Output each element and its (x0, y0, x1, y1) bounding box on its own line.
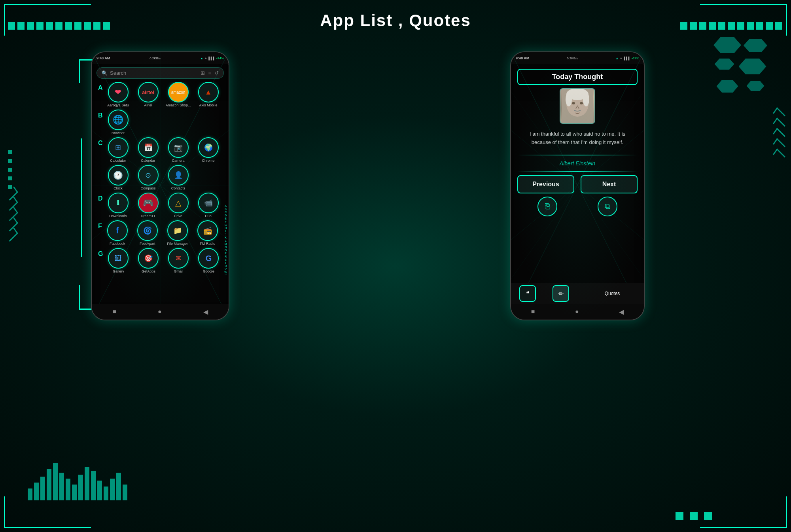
app-label-google: Google (203, 269, 214, 273)
nav-square-btn-r[interactable]: ■ (531, 308, 535, 315)
bottom-dot (676, 512, 683, 520)
share-button[interactable]: ⎘ (537, 197, 557, 216)
app-item-duo[interactable]: 📹 Duo (195, 193, 222, 218)
tab-edit[interactable]: ✏ (544, 285, 577, 302)
nav-home-btn[interactable]: ● (158, 308, 162, 315)
app-item-compass[interactable]: ⊙ Compass (134, 165, 162, 190)
app-item-gallery[interactable]: 🖼 Gallery (104, 248, 132, 273)
status-icons-right: ▲ ✦ ▌▌▌ ▪74% (615, 57, 639, 60)
app-label-gmail: Gmail (174, 269, 184, 273)
app-icon-clock[interactable]: 🕐 (108, 165, 129, 186)
section-letter-f: F (98, 223, 102, 230)
app-icon-drive[interactable]: △ (168, 193, 189, 213)
app-icon-airtel[interactable]: airtel (138, 82, 159, 102)
app-item-chrome[interactable]: 🌍 Chrome (195, 137, 222, 163)
quote-author: Albert Einstein (517, 160, 638, 167)
app-item-axis[interactable]: ▲ Axis Mobile (195, 82, 222, 107)
app-item-google[interactable]: G Google (195, 248, 222, 273)
edit-tab-btn[interactable]: ✏ (553, 285, 569, 302)
search-input-placeholder[interactable]: Search (110, 70, 198, 76)
app-icon-filemanager[interactable]: 📁 (167, 220, 188, 241)
tab-quotes-icon[interactable]: ❝ (511, 285, 544, 302)
bottom-dot (704, 512, 712, 520)
app-icon-duo[interactable]: 📹 (198, 193, 219, 213)
app-item-filemanager[interactable]: 📁 File Manager (164, 220, 191, 246)
hex-shape (739, 59, 766, 74)
app-icon-axis[interactable]: ▲ (198, 82, 219, 102)
app-icon-camera[interactable]: 📷 (168, 137, 189, 158)
app-icon-downloads[interactable]: ⬇ (108, 193, 129, 213)
app-item-contacts[interactable]: 👤 Contacts (165, 165, 192, 190)
bar-item (47, 469, 51, 500)
app-icon-calculator[interactable]: ⊞ (108, 137, 129, 158)
app-icon-browser[interactable]: 🌐 (108, 110, 129, 130)
app-icon-dream11[interactable]: 🎮 (138, 193, 159, 213)
hex-shape (744, 39, 767, 52)
hex-shape (715, 59, 734, 70)
app-icon-amazon[interactable]: amazon (168, 82, 189, 102)
bracket-deco (81, 138, 82, 257)
app-item-facebook[interactable]: f Facebook (104, 220, 131, 246)
deco-lines-topright (680, 22, 783, 30)
app-label-contacts: Contacts (171, 186, 185, 190)
search-bar[interactable]: 🔍 Search ⊞ ≡ ↺ (97, 67, 224, 79)
app-item-browser[interactable]: 🌐 Browser (104, 110, 132, 135)
app-label-amazon: Amazon Shop... (166, 103, 191, 107)
app-icon-gallery[interactable]: 🖼 (108, 248, 129, 269)
app-icon-compass[interactable]: ⊙ (138, 165, 159, 186)
app-item-clock[interactable]: 🕐 Clock (104, 165, 132, 190)
app-item-fmradio[interactable]: 📻 FM Radio (194, 220, 221, 246)
copy-button[interactable]: ⧉ (598, 197, 617, 216)
refresh-icon[interactable]: ↺ (214, 70, 219, 76)
app-label-filemanager: File Manager (167, 242, 188, 246)
section-letter-a: A (98, 84, 103, 91)
app-item-drive[interactable]: △ Drive (165, 193, 192, 218)
app-item-airtel[interactable]: airtel Airtel (134, 82, 162, 107)
app-icon-calendar[interactable]: 📅 (138, 137, 159, 158)
grid-view-icon[interactable]: ⊞ (201, 70, 205, 76)
bracket-deco (79, 285, 80, 309)
app-icon-gmail[interactable]: ✉ (168, 248, 189, 269)
app-item-gmail[interactable]: ✉ Gmail (165, 248, 192, 273)
quotes-tab-btn[interactable]: ❝ (519, 285, 536, 302)
einstein-portrait (560, 89, 594, 123)
previous-button[interactable]: Previous (517, 175, 574, 193)
app-icon-chrome[interactable]: 🌍 (198, 137, 219, 158)
app-icon-getapps[interactable]: 🎯 (138, 248, 159, 269)
dot-decoration (8, 185, 12, 189)
quote-navigation: Previous Next (517, 175, 638, 193)
app-item-amazon[interactable]: amazon Amazon Shop... (165, 82, 192, 107)
app-item-calculator[interactable]: ⊞ Calculator (104, 137, 132, 163)
app-item-calendar[interactable]: 📅 Calendar (134, 137, 162, 163)
wifi-icon-r: ▲ (615, 57, 619, 60)
app-icon-contacts[interactable]: 👤 (168, 165, 189, 186)
app-item-getapps[interactable]: 🎯 GetApps (134, 248, 162, 273)
dot-decoration (8, 159, 12, 163)
app-item-feetapart[interactable]: 🌀 FeetApart (134, 220, 161, 246)
app-icon-aarogya-setu[interactable]: ❤ (108, 82, 129, 102)
next-button[interactable]: Next (581, 175, 638, 193)
app-icon-feetapart[interactable]: 🌀 (137, 220, 158, 241)
app-item-camera[interactable]: 📷 Camera (165, 137, 192, 163)
bar-item (53, 463, 58, 500)
status-icons: ▲ ✦ ▌▌▌ ▪74% (200, 57, 224, 60)
bottom-dots (676, 512, 712, 520)
nav-back-btn-r[interactable]: ◀ (619, 308, 624, 316)
app-item-dream11[interactable]: 🎮 Dream11 (134, 193, 162, 218)
app-icon-fmradio[interactable]: 📻 (197, 220, 218, 241)
status-time: 9:48 AM (97, 56, 110, 60)
nav-home-btn-r[interactable]: ● (575, 308, 579, 315)
status-network-right: 0.2KB/s (567, 57, 578, 60)
app-item-downloads[interactable]: ⬇ Downloads (104, 193, 132, 218)
bar-item (97, 481, 102, 500)
app-icon-google[interactable]: G (198, 248, 219, 269)
bar-item (72, 485, 77, 500)
app-item-aarogya-setu[interactable]: ❤ Aarogya Setu (104, 82, 132, 107)
dot-decoration (8, 176, 12, 180)
app-icon-facebook[interactable]: f (107, 220, 128, 241)
nav-back-btn[interactable]: ◀ (203, 308, 208, 316)
hud-corner-tl (4, 4, 91, 36)
nav-square-btn[interactable]: ■ (112, 308, 116, 315)
list-view-icon[interactable]: ≡ (208, 70, 211, 76)
bar-chart (28, 461, 127, 500)
